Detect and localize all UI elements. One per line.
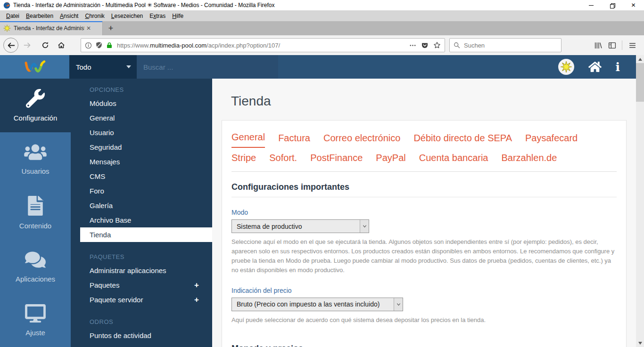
plus-icon[interactable]: + <box>194 295 199 305</box>
toolbar-divider <box>622 40 622 50</box>
sidebar-item-usuarios[interactable]: Usuarios <box>0 132 71 186</box>
scroll-up-button[interactable] <box>636 55 644 63</box>
hamburger-menu-button[interactable] <box>625 38 639 52</box>
acp-search-input[interactable] <box>137 63 278 71</box>
tab-paypal[interactable]: PayPal <box>376 148 405 168</box>
browser-tab-active[interactable]: Tienda - Interfaz de Administra ✕ <box>0 21 103 35</box>
minimize-button[interactable] <box>580 0 602 10</box>
reload-button[interactable] <box>38 41 52 49</box>
menu-item-paquete-servidor[interactable]: Paquete servidor+ <box>71 292 212 307</box>
page-actions-icon[interactable] <box>409 42 416 49</box>
modo-select[interactable]: Sistema de productivo <box>231 219 369 233</box>
tab-close-icon[interactable]: ✕ <box>86 25 91 32</box>
url-text[interactable]: https://www.multimedia-pool.com/acp/inde… <box>117 42 405 49</box>
select-chevron-icon[interactable] <box>394 298 403 311</box>
menu-item-general[interactable]: General <box>71 111 212 125</box>
menu-item-puntos-de-actividad[interactable]: Puntos de actividad <box>71 328 212 343</box>
scrollbar-thumb[interactable] <box>636 63 644 102</box>
modo-description: Seleccione aquí el modo en el que se eje… <box>231 237 617 275</box>
search-scope-dropdown[interactable]: Todo <box>69 55 137 79</box>
select-chevron-icon[interactable] <box>360 220 369 233</box>
sidebar-item-contenido[interactable]: Contenido <box>0 186 71 240</box>
menu-item-foro[interactable]: Foro <box>71 184 212 198</box>
menu-bearbeiten[interactable]: Bearbeiten <box>23 11 57 21</box>
tab-bar: Tienda - Interfaz de Administra ✕ + <box>0 21 644 35</box>
menu-item-seguridad[interactable]: Seguridad <box>71 140 212 154</box>
acp-search-box[interactable] <box>137 55 278 79</box>
tab-barzahlen[interactable]: Barzahlen.de <box>502 148 557 168</box>
url-bar[interactable]: https://www.multimedia-pool.com/acp/inde… <box>81 38 445 52</box>
bookmark-star-icon[interactable] <box>433 41 441 49</box>
menu-section-header: ODROS <box>71 318 212 328</box>
tab-stripe[interactable]: Stripe <box>231 148 256 168</box>
browser-search-bar[interactable] <box>449 38 561 52</box>
menu-item-usuario[interactable]: Usuario <box>71 125 212 140</box>
pocket-icon[interactable] <box>421 41 429 49</box>
sidebar-item-label: Aplicaciones <box>16 275 55 283</box>
sidebar-toggle-button[interactable] <box>605 38 619 52</box>
menu-item-galeria[interactable]: Galería <box>71 198 212 213</box>
https-lock-icon[interactable] <box>106 42 113 48</box>
tab-factura[interactable]: Factura <box>278 128 310 148</box>
tab-sofort[interactable]: Sofort. <box>269 148 297 168</box>
scope-label: Todo <box>76 63 91 71</box>
info-icon[interactable]: i <box>616 61 620 73</box>
forward-button[interactable] <box>20 41 34 49</box>
user-avatar-badge[interactable] <box>558 59 574 75</box>
sidebar-item-configuracion[interactable]: Configuración <box>0 79 71 132</box>
menu-item-cms[interactable]: CMS <box>71 169 212 184</box>
home-button[interactable] <box>54 41 68 49</box>
new-tab-button[interactable]: + <box>103 21 119 35</box>
menu-item-archivo-base[interactable]: Archivo Base <box>71 213 212 227</box>
precio-select[interactable]: Bruto (Precio con impuesto a las ventas … <box>231 298 403 311</box>
tab-debito-sepa[interactable]: Débito directo de SEPA <box>413 128 512 148</box>
site-logo[interactable] <box>0 55 69 79</box>
arrow-right-icon <box>24 41 31 49</box>
field-indicacion-precio: Indicación del precio Bruto (Precio con … <box>231 287 617 325</box>
tab-general[interactable]: General <box>231 128 265 148</box>
menu-lesezeichen[interactable]: Lesezeichen <box>108 11 146 21</box>
starburst-favicon <box>3 24 11 32</box>
acp-top-navbar: Todo i <box>0 55 636 79</box>
tracking-protection-icon[interactable] <box>95 41 103 49</box>
menu-ansicht[interactable]: Ansicht <box>57 11 82 21</box>
tab-cuenta-bancaria[interactable]: Cuenta bancaria <box>419 148 488 168</box>
page-info-icon[interactable] <box>85 42 92 49</box>
sidebar-item-label: Ajuste <box>25 329 45 337</box>
menu-extras[interactable]: Extras <box>146 11 169 21</box>
tab-paysafecard[interactable]: Paysafecard <box>525 128 578 148</box>
frontend-home-icon[interactable] <box>588 60 602 73</box>
wrench-icon <box>26 89 45 108</box>
hamburger-icon <box>628 41 636 49</box>
close-button[interactable]: ✕ <box>623 0 644 10</box>
sidebar-panel-icon <box>608 41 616 49</box>
scroll-down-button[interactable] <box>636 339 644 347</box>
tab-correo-electronico[interactable]: Correo electrónico <box>323 128 400 148</box>
menu-item-mensajes[interactable]: Mensajes <box>71 154 212 169</box>
menu-datei[interactable]: Datei <box>3 11 23 21</box>
browser-scrollbar[interactable] <box>636 55 644 347</box>
desktop-icon <box>25 304 46 323</box>
menu-item-tienda-active[interactable]: Tienda <box>80 227 212 242</box>
library-button[interactable] <box>591 38 605 52</box>
browser-search-input[interactable] <box>464 42 557 49</box>
plus-icon[interactable]: + <box>194 281 199 290</box>
menu-hilfe[interactable]: Hilfe <box>169 11 187 21</box>
sidebar-item-aplicaciones[interactable]: Aplicaciones <box>0 240 71 293</box>
tab-postfinance[interactable]: PostFinance <box>310 148 363 168</box>
modo-label: Modo <box>231 209 617 216</box>
payment-tabs: General Factura Correo electrónico Débit… <box>231 128 617 172</box>
sidebar-item-label: Usuarios <box>21 167 49 175</box>
menu-item-administrar-aplicaciones[interactable]: Administrar aplicaciones <box>71 263 212 278</box>
url-path: /acp/index.php?option/107/ <box>206 42 280 49</box>
document-icon <box>27 196 43 216</box>
menu-chronik[interactable]: Chronik <box>82 11 107 21</box>
sidebar-item-ajuste[interactable]: Ajuste <box>0 293 71 347</box>
url-domain: multimedia-pool.com <box>150 42 206 49</box>
menu-item-modulos[interactable]: Módulos <box>71 96 212 111</box>
restore-button[interactable] <box>602 0 623 10</box>
back-button[interactable] <box>3 38 18 53</box>
navigation-toolbar: https://www.multimedia-pool.com/acp/inde… <box>0 35 644 55</box>
menu-item-paquetes[interactable]: Paquetes+ <box>71 278 212 292</box>
url-scheme: https://www. <box>117 42 150 49</box>
